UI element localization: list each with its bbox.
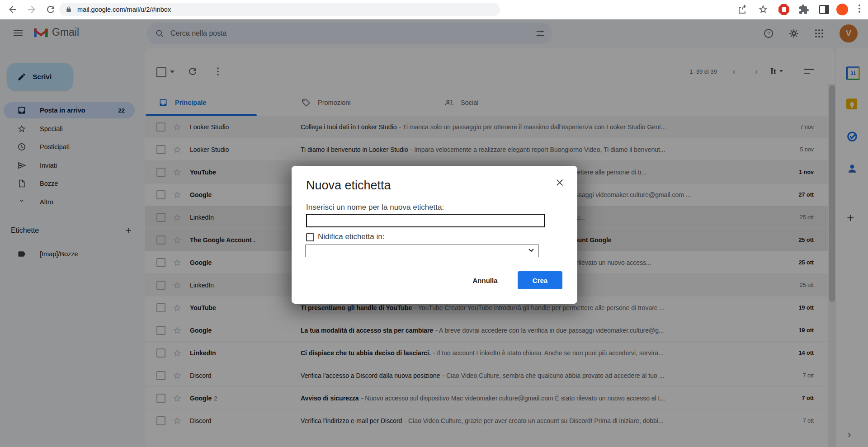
label-name-input[interactable] (306, 214, 545, 227)
side-panel-icon[interactable] (819, 5, 829, 14)
create-button[interactable]: Crea (518, 271, 562, 289)
dialog-title: Nuova etichetta (306, 179, 391, 193)
new-label-dialog: Nuova etichetta Inserisci un nome per la… (292, 166, 577, 304)
hand-glyph (782, 7, 786, 12)
nest-label: Nidifica etichetta in: (318, 232, 384, 241)
share-icon[interactable] (737, 4, 748, 15)
reload-icon[interactable] (45, 4, 56, 15)
url-text: mail.google.com/mail/u/2/#inbox (77, 6, 171, 13)
label-name-caption: Inserisci un nome per la nuova etichetta… (306, 203, 444, 212)
cancel-button[interactable]: Annulla (462, 272, 508, 288)
parent-label-select[interactable] (305, 244, 539, 257)
browser-profile-avatar[interactable] (836, 4, 848, 15)
gmail-window: mail.google.com/mail/u/2/#inbox Gmail (0, 0, 868, 447)
adblock-extension-icon[interactable] (778, 4, 789, 15)
select-chevron-icon (528, 249, 534, 252)
browser-toolbar: mail.google.com/mail/u/2/#inbox (0, 0, 868, 19)
browser-menu-icon[interactable] (859, 5, 860, 14)
back-icon[interactable] (7, 4, 18, 15)
lock-icon (66, 6, 72, 13)
bookmark-star-icon[interactable] (758, 4, 769, 15)
address-bar[interactable]: mail.google.com/mail/u/2/#inbox (59, 3, 500, 16)
forward-icon[interactable] (26, 4, 37, 15)
close-icon[interactable] (555, 178, 565, 188)
extensions-puzzle-icon[interactable] (798, 4, 809, 15)
nest-checkbox[interactable] (306, 233, 314, 241)
